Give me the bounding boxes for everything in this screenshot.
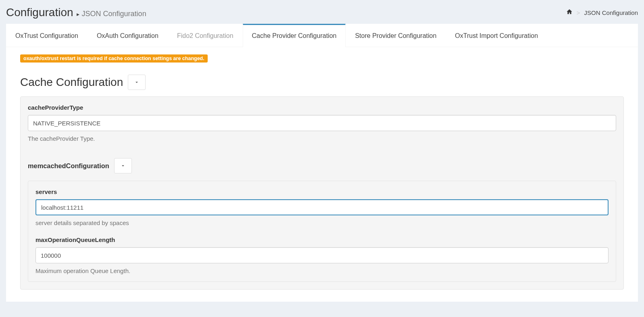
label-max-op-queue: maxOperationQueueLength — [35, 236, 609, 243]
label-servers: servers — [35, 188, 609, 195]
section-memcached-title: memcachedConfiguration — [28, 162, 109, 170]
field-max-operation-queue-length: maxOperationQueueLength Maximum operatio… — [35, 236, 609, 274]
chevron-down-icon — [120, 163, 126, 169]
page-title-wrap: Configuration ▸ JSON Configuration — [6, 6, 146, 19]
input-max-op-queue[interactable] — [35, 247, 609, 263]
page-header: Configuration ▸ JSON Configuration > JSO… — [0, 0, 644, 24]
tab-content: oxauth/oxtrust restart is required if ca… — [6, 47, 638, 302]
cache-config-panel: cacheProviderType The cacheProvider Type… — [20, 96, 624, 290]
tab-store-provider-config[interactable]: Store Provider Configuration — [346, 24, 446, 47]
warning-badge: oxauth/oxtrust restart is required if ca… — [20, 54, 208, 63]
tabs: OxTrust Configuration OxAuth Configurati… — [6, 24, 638, 47]
input-cache-provider-type[interactable] — [28, 115, 616, 131]
tab-cache-provider-config[interactable]: Cache Provider Configuration — [243, 24, 346, 47]
field-servers: servers server details separated by spac… — [35, 188, 609, 226]
breadcrumb-separator: > — [577, 9, 580, 16]
help-servers: server details separated by spaces — [35, 219, 609, 226]
caret-right-icon: ▸ — [77, 11, 79, 17]
collapse-toggle-cache-config[interactable] — [128, 75, 146, 90]
help-cache-provider-type: The cacheProvider Type. — [28, 135, 616, 142]
home-icon[interactable] — [566, 8, 573, 17]
section-cache-config-title: Cache Configuration — [20, 76, 123, 89]
label-cache-provider-type: cacheProviderType — [28, 104, 616, 111]
collapse-toggle-memcached[interactable] — [114, 158, 132, 173]
field-cache-provider-type: cacheProviderType The cacheProvider Type… — [28, 104, 616, 142]
help-max-op-queue: Maximum operation Queue Length. — [35, 267, 609, 274]
section-memcached-header: memcachedConfiguration — [28, 158, 616, 173]
chevron-down-icon — [134, 79, 140, 85]
memcached-panel: servers server details separated by spac… — [28, 181, 616, 282]
content-box: OxTrust Configuration OxAuth Configurati… — [6, 24, 638, 302]
breadcrumb-current: JSON Configuration — [584, 9, 638, 16]
section-cache-config-header: Cache Configuration — [20, 75, 624, 90]
tab-oxtrust-config[interactable]: OxTrust Configuration — [6, 24, 88, 47]
tab-oxauth-config[interactable]: OxAuth Configuration — [88, 24, 168, 47]
breadcrumb: > JSON Configuration — [566, 8, 638, 17]
tab-fido2-config[interactable]: Fido2 Configuration — [168, 24, 243, 47]
tab-oxtrust-import-config[interactable]: OxTrust Import Configuration — [446, 24, 547, 47]
input-servers[interactable] — [35, 199, 609, 215]
page-title: Configuration — [6, 6, 73, 19]
page-subtitle: JSON Configuration — [82, 10, 146, 18]
